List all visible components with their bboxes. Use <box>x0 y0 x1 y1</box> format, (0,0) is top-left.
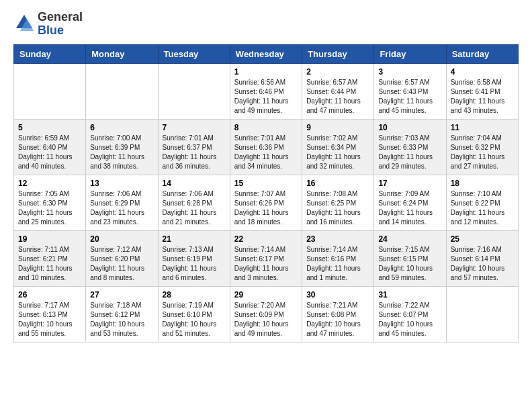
day-info: Sunrise: 7:02 AM Sunset: 6:34 PM Dayligh… <box>306 134 369 171</box>
day-info: Sunrise: 7:00 AM Sunset: 6:39 PM Dayligh… <box>90 134 153 171</box>
day-info: Sunrise: 7:18 AM Sunset: 6:12 PM Dayligh… <box>90 301 153 338</box>
day-info: Sunrise: 7:08 AM Sunset: 6:25 PM Dayligh… <box>306 189 369 227</box>
day-number: 30 <box>306 290 369 300</box>
day-info: Sunrise: 7:14 AM Sunset: 6:17 PM Dayligh… <box>234 245 298 283</box>
header: General Blue <box>13 11 519 38</box>
calendar-day-cell: 4Sunrise: 6:58 AM Sunset: 6:41 PM Daylig… <box>446 63 518 119</box>
day-number: 26 <box>18 290 81 300</box>
day-info: Sunrise: 7:01 AM Sunset: 6:36 PM Dayligh… <box>234 134 298 171</box>
day-info: Sunrise: 7:20 AM Sunset: 6:09 PM Dayligh… <box>234 301 298 338</box>
calendar-week-row: 19Sunrise: 7:11 AM Sunset: 6:21 PM Dayli… <box>14 230 519 286</box>
day-number: 1 <box>234 67 298 77</box>
day-info: Sunrise: 7:04 AM Sunset: 6:32 PM Dayligh… <box>451 134 514 171</box>
day-number: 29 <box>234 290 298 300</box>
calendar-day-cell: 26Sunrise: 7:17 AM Sunset: 6:13 PM Dayli… <box>14 286 86 342</box>
calendar: SundayMondayTuesdayWednesdayThursdayFrid… <box>13 44 519 342</box>
day-number: 19 <box>18 234 81 244</box>
day-number: 10 <box>378 123 441 132</box>
calendar-day-cell: 28Sunrise: 7:19 AM Sunset: 6:10 PM Dayli… <box>158 286 230 342</box>
calendar-day-cell: 14Sunrise: 7:06 AM Sunset: 6:28 PM Dayli… <box>158 175 230 230</box>
calendar-day-cell: 29Sunrise: 7:20 AM Sunset: 6:09 PM Dayli… <box>230 286 302 342</box>
day-info: Sunrise: 6:58 AM Sunset: 6:41 PM Dayligh… <box>451 78 514 116</box>
day-info: Sunrise: 7:21 AM Sunset: 6:08 PM Dayligh… <box>306 301 369 338</box>
calendar-week-row: 26Sunrise: 7:17 AM Sunset: 6:13 PM Dayli… <box>14 286 519 342</box>
logo-blue-text: Blue <box>38 24 64 37</box>
calendar-day-cell: 9Sunrise: 7:02 AM Sunset: 6:34 PM Daylig… <box>302 119 374 175</box>
calendar-day-cell: 17Sunrise: 7:09 AM Sunset: 6:24 PM Dayli… <box>374 175 446 230</box>
day-info: Sunrise: 7:10 AM Sunset: 6:22 PM Dayligh… <box>451 189 514 227</box>
calendar-day-cell: 5Sunrise: 6:59 AM Sunset: 6:40 PM Daylig… <box>14 119 86 175</box>
calendar-day-cell: 6Sunrise: 7:00 AM Sunset: 6:39 PM Daylig… <box>86 119 158 175</box>
calendar-day-cell: 27Sunrise: 7:18 AM Sunset: 6:12 PM Dayli… <box>86 286 158 342</box>
day-number: 14 <box>163 179 226 188</box>
day-number: 31 <box>378 290 441 300</box>
logo: General Blue <box>13 11 83 38</box>
day-info: Sunrise: 7:14 AM Sunset: 6:16 PM Dayligh… <box>306 245 369 283</box>
day-number: 4 <box>451 67 514 77</box>
day-info: Sunrise: 7:17 AM Sunset: 6:13 PM Dayligh… <box>18 301 81 338</box>
day-of-week-header: Sunday <box>14 44 86 63</box>
day-info: Sunrise: 6:57 AM Sunset: 6:43 PM Dayligh… <box>378 78 441 116</box>
day-of-week-header: Saturday <box>446 44 518 63</box>
day-info: Sunrise: 7:06 AM Sunset: 6:28 PM Dayligh… <box>163 189 226 227</box>
calendar-day-cell: 18Sunrise: 7:10 AM Sunset: 6:22 PM Dayli… <box>446 175 518 230</box>
calendar-day-cell: 15Sunrise: 7:07 AM Sunset: 6:26 PM Dayli… <box>230 175 302 230</box>
calendar-day-cell: 19Sunrise: 7:11 AM Sunset: 6:21 PM Dayli… <box>14 230 86 286</box>
day-info: Sunrise: 7:01 AM Sunset: 6:37 PM Dayligh… <box>163 134 226 171</box>
day-info: Sunrise: 7:15 AM Sunset: 6:15 PM Dayligh… <box>378 245 441 283</box>
day-of-week-header: Monday <box>86 44 158 63</box>
calendar-header-row: SundayMondayTuesdayWednesdayThursdayFrid… <box>14 44 519 63</box>
day-number: 22 <box>234 234 298 244</box>
day-of-week-header: Thursday <box>302 44 374 63</box>
calendar-day-cell: 12Sunrise: 7:05 AM Sunset: 6:30 PM Dayli… <box>14 175 86 230</box>
calendar-week-row: 12Sunrise: 7:05 AM Sunset: 6:30 PM Dayli… <box>14 175 519 230</box>
day-info: Sunrise: 6:59 AM Sunset: 6:40 PM Dayligh… <box>18 134 81 171</box>
calendar-day-cell: 31Sunrise: 7:22 AM Sunset: 6:07 PM Dayli… <box>374 286 446 342</box>
day-number: 13 <box>90 179 153 188</box>
calendar-week-row: 5Sunrise: 6:59 AM Sunset: 6:40 PM Daylig… <box>14 119 519 175</box>
day-info: Sunrise: 7:06 AM Sunset: 6:29 PM Dayligh… <box>90 189 153 227</box>
calendar-week-row: 1Sunrise: 6:56 AM Sunset: 6:46 PM Daylig… <box>14 63 519 119</box>
calendar-day-cell: 24Sunrise: 7:15 AM Sunset: 6:15 PM Dayli… <box>374 230 446 286</box>
day-number: 3 <box>378 67 441 77</box>
calendar-day-cell: 23Sunrise: 7:14 AM Sunset: 6:16 PM Dayli… <box>302 230 374 286</box>
day-number: 16 <box>306 179 369 188</box>
day-number: 17 <box>378 179 441 188</box>
day-info: Sunrise: 7:19 AM Sunset: 6:10 PM Dayligh… <box>163 301 226 338</box>
calendar-day-cell: 10Sunrise: 7:03 AM Sunset: 6:33 PM Dayli… <box>374 119 446 175</box>
day-number: 8 <box>234 123 298 132</box>
day-number: 27 <box>90 290 153 300</box>
day-number: 18 <box>451 179 514 188</box>
day-info: Sunrise: 7:22 AM Sunset: 6:07 PM Dayligh… <box>378 301 441 338</box>
day-number: 2 <box>306 67 369 77</box>
day-number: 9 <box>306 123 369 132</box>
calendar-day-cell: 3Sunrise: 6:57 AM Sunset: 6:43 PM Daylig… <box>374 63 446 119</box>
day-number: 6 <box>90 123 153 132</box>
calendar-empty-cell <box>446 286 518 342</box>
day-info: Sunrise: 7:13 AM Sunset: 6:19 PM Dayligh… <box>163 245 226 283</box>
day-info: Sunrise: 7:07 AM Sunset: 6:26 PM Dayligh… <box>234 189 298 227</box>
calendar-day-cell: 25Sunrise: 7:16 AM Sunset: 6:14 PM Dayli… <box>446 230 518 286</box>
day-number: 15 <box>234 179 298 188</box>
day-info: Sunrise: 7:09 AM Sunset: 6:24 PM Dayligh… <box>378 189 441 227</box>
calendar-day-cell: 13Sunrise: 7:06 AM Sunset: 6:29 PM Dayli… <box>86 175 158 230</box>
day-of-week-header: Tuesday <box>158 44 230 63</box>
calendar-day-cell: 7Sunrise: 7:01 AM Sunset: 6:37 PM Daylig… <box>158 119 230 175</box>
day-info: Sunrise: 7:16 AM Sunset: 6:14 PM Dayligh… <box>451 245 514 283</box>
day-info: Sunrise: 7:03 AM Sunset: 6:33 PM Dayligh… <box>378 134 441 171</box>
day-info: Sunrise: 7:11 AM Sunset: 6:21 PM Dayligh… <box>18 245 81 283</box>
day-info: Sunrise: 6:56 AM Sunset: 6:46 PM Dayligh… <box>234 78 298 116</box>
calendar-day-cell: 22Sunrise: 7:14 AM Sunset: 6:17 PM Dayli… <box>230 230 302 286</box>
day-info: Sunrise: 7:05 AM Sunset: 6:30 PM Dayligh… <box>18 189 81 227</box>
day-number: 21 <box>163 234 226 244</box>
page: General Blue SundayMondayTuesdayWednesda… <box>0 0 532 411</box>
day-number: 28 <box>163 290 226 300</box>
calendar-day-cell: 21Sunrise: 7:13 AM Sunset: 6:19 PM Dayli… <box>158 230 230 286</box>
day-number: 23 <box>306 234 369 244</box>
day-number: 11 <box>451 123 514 132</box>
day-number: 25 <box>451 234 514 244</box>
day-number: 5 <box>18 123 81 132</box>
calendar-empty-cell <box>158 63 230 119</box>
day-of-week-header: Wednesday <box>230 44 302 63</box>
calendar-day-cell: 8Sunrise: 7:01 AM Sunset: 6:36 PM Daylig… <box>230 119 302 175</box>
